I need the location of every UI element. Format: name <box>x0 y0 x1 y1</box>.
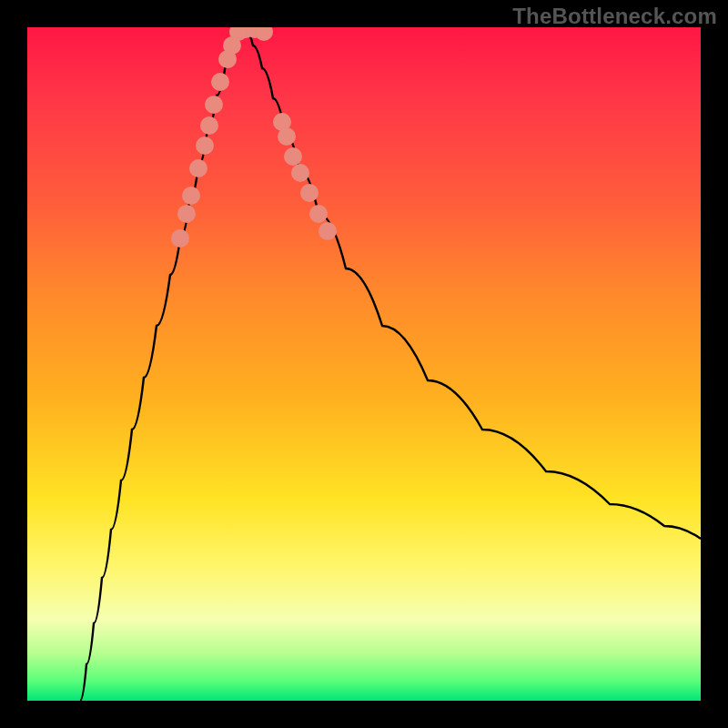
curve-marker <box>278 127 296 146</box>
curve-marker <box>177 205 196 223</box>
curve-markers <box>171 27 337 248</box>
curve-marker <box>284 147 302 166</box>
curve-left-branch <box>80 27 244 701</box>
plot-area <box>27 27 701 701</box>
curve-marker <box>196 136 214 155</box>
curve-marker <box>309 205 328 223</box>
watermark-text: TheBottleneck.com <box>512 4 717 29</box>
curve-marker <box>300 184 318 202</box>
curve-right-branch <box>244 27 701 539</box>
curve-marker <box>182 187 200 205</box>
curve-marker <box>255 27 273 41</box>
curve-marker <box>205 96 223 114</box>
bottleneck-curve <box>27 27 701 701</box>
chart-frame: TheBottleneck.com <box>0 0 728 728</box>
curve-marker <box>211 73 229 91</box>
curve-marker <box>291 164 309 182</box>
curve-marker <box>171 229 189 248</box>
curve-marker <box>318 222 337 240</box>
curve-marker <box>200 116 218 135</box>
curve-marker <box>189 159 207 177</box>
